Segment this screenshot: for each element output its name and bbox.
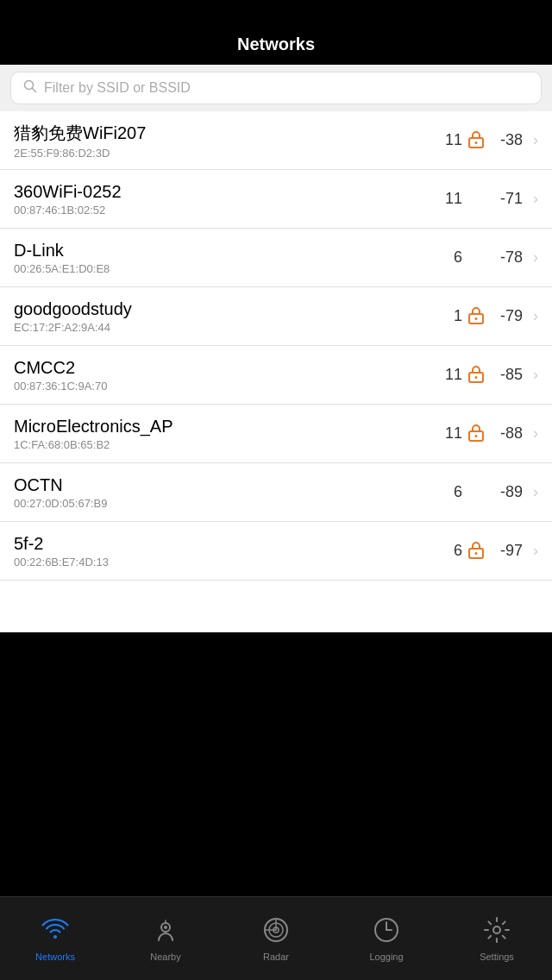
network-channel: 11 — [443, 424, 462, 443]
network-channel: 6 — [443, 248, 462, 267]
network-signal: -85 — [490, 366, 523, 384]
search-bar[interactable]: Filter by SSID or BSSID — [10, 72, 542, 104]
network-signal: -89 — [490, 483, 523, 501]
network-item[interactable]: goodgoodstudy EC:17:2F:A2:9A:44 1 -79 › — [0, 287, 552, 346]
network-channel: 6 — [443, 542, 462, 560]
svg-point-5 — [475, 317, 478, 320]
network-list: 猎豹免费WiFi207 2E:55:F9:86:D2:3D 11 -38 › 3… — [0, 111, 552, 581]
logging-icon — [373, 916, 400, 948]
search-icon — [23, 79, 37, 97]
network-signal: -71 — [490, 190, 523, 208]
svg-point-7 — [475, 376, 478, 379]
network-ssid: OCTN — [14, 475, 443, 495]
network-item[interactable]: 5f-2 00:22:6B:E7:4D:13 6 -97 › — [0, 522, 552, 581]
tab-nearby-label: Nearby — [150, 952, 180, 962]
network-signal: -38 — [490, 131, 523, 149]
lock-icon — [467, 423, 485, 444]
network-channel: 6 — [443, 483, 462, 501]
tab-networks[interactable]: Networks — [0, 916, 110, 962]
tab-settings-label: Settings — [480, 952, 514, 962]
network-ssid: 5f-2 — [14, 534, 443, 554]
network-item[interactable]: CMCC2 00:87:36:1C:9A:70 11 -85 › — [0, 346, 552, 405]
chevron-right-icon: › — [533, 307, 538, 325]
network-ssid: 360WiFi-0252 — [14, 182, 443, 202]
network-bssid: 00:27:0D:05:67:B9 — [14, 497, 443, 510]
svg-point-22 — [493, 927, 500, 933]
network-channel: 11 — [443, 190, 462, 208]
network-ssid: goodgoodstudy — [14, 299, 443, 319]
network-channel: 1 — [443, 307, 462, 325]
network-item[interactable]: MicroElectronics_AP 1C:FA:68:0B:65:B2 11… — [0, 405, 552, 463]
network-right: 11 -38 › — [443, 129, 538, 151]
svg-point-13 — [164, 926, 167, 929]
chevron-right-icon: › — [533, 542, 538, 560]
network-info: OCTN 00:27:0D:05:67:B9 — [14, 475, 443, 510]
network-ssid: 猎豹免费WiFi207 — [14, 122, 443, 145]
chevron-right-icon: › — [533, 366, 538, 384]
lock-icon — [467, 129, 485, 151]
header: Networks — [0, 0, 552, 65]
network-bssid: 00:87:36:1C:9A:70 — [14, 380, 443, 393]
network-bssid: 2E:55:F9:86:D2:3D — [14, 147, 443, 160]
network-item[interactable]: OCTN 00:27:0D:05:67:B9 6 -89 › — [0, 463, 552, 522]
settings-icon — [483, 916, 511, 948]
chevron-right-icon: › — [533, 483, 538, 501]
network-channel: 11 — [443, 366, 462, 384]
network-ssid: D-Link — [14, 241, 443, 261]
network-right: 6 -78 › — [443, 248, 538, 267]
lock-icon — [467, 364, 485, 386]
tab-networks-label: Networks — [35, 952, 75, 962]
lock-icon — [467, 305, 485, 327]
svg-point-11 — [475, 552, 478, 555]
network-bssid: 00:26:5A:E1:D0:E8 — [14, 262, 443, 275]
network-info: MicroElectronics_AP 1C:FA:68:0B:65:B2 — [14, 417, 443, 451]
network-info: CMCC2 00:87:36:1C:9A:70 — [14, 358, 443, 393]
search-bar-wrap: Filter by SSID or BSSID — [0, 65, 552, 111]
network-right: 6 -97 › — [443, 540, 538, 562]
tab-settings[interactable]: Settings — [442, 916, 552, 962]
tab-radar[interactable]: Radar — [221, 916, 331, 962]
network-right: 1 -79 › — [443, 305, 538, 327]
network-bssid: 00:87:46:1B:02:52 — [14, 204, 443, 217]
network-right: 11 -88 › — [443, 423, 538, 444]
tab-logging[interactable]: Logging — [331, 916, 442, 962]
spacer — [0, 581, 552, 632]
tab-bar: Networks Nearby Radar — [0, 896, 552, 980]
network-right: 11 -85 › — [443, 364, 538, 386]
network-right: 11 -71 › — [443, 190, 538, 208]
tab-logging-label: Logging — [369, 952, 403, 962]
network-info: 360WiFi-0252 00:87:46:1B:02:52 — [14, 182, 443, 217]
network-bssid: 1C:FA:68:0B:65:B2 — [14, 438, 443, 451]
chevron-right-icon: › — [533, 248, 538, 267]
svg-point-3 — [475, 141, 478, 144]
network-info: 5f-2 00:22:6B:E7:4D:13 — [14, 534, 443, 569]
network-info: goodgoodstudy EC:17:2F:A2:9A:44 — [14, 299, 443, 334]
tab-nearby[interactable]: Nearby — [110, 916, 221, 962]
network-channel: 11 — [443, 131, 462, 149]
search-placeholder: Filter by SSID or BSSID — [44, 80, 191, 96]
network-signal: -79 — [490, 307, 523, 325]
chevron-right-icon: › — [533, 190, 538, 208]
network-signal: -88 — [490, 424, 523, 443]
network-bssid: EC:17:2F:A2:9A:44 — [14, 321, 443, 334]
network-ssid: MicroElectronics_AP — [14, 417, 443, 437]
svg-point-9 — [475, 435, 478, 437]
network-item[interactable]: D-Link 00:26:5A:E1:D0:E8 6 -78 › — [0, 229, 552, 287]
page-title: Networks — [237, 35, 315, 53]
lock-icon — [467, 540, 485, 562]
network-bssid: 00:22:6B:E7:4D:13 — [14, 556, 443, 569]
chevron-right-icon: › — [533, 131, 538, 149]
tab-radar-label: Radar — [263, 952, 289, 962]
network-info: 猎豹免费WiFi207 2E:55:F9:86:D2:3D — [14, 122, 443, 160]
network-signal: -97 — [490, 542, 523, 560]
network-item[interactable]: 360WiFi-0252 00:87:46:1B:02:52 11 -71 › — [0, 170, 552, 229]
chevron-right-icon: › — [533, 424, 538, 443]
network-right: 6 -89 › — [443, 483, 538, 501]
network-signal: -78 — [490, 248, 523, 267]
svg-line-1 — [33, 89, 36, 92]
network-item[interactable]: 猎豹免费WiFi207 2E:55:F9:86:D2:3D 11 -38 › — [0, 111, 552, 170]
network-ssid: CMCC2 — [14, 358, 443, 378]
nearby-icon — [152, 916, 179, 948]
network-info: D-Link 00:26:5A:E1:D0:E8 — [14, 241, 443, 275]
radar-icon — [262, 916, 290, 948]
